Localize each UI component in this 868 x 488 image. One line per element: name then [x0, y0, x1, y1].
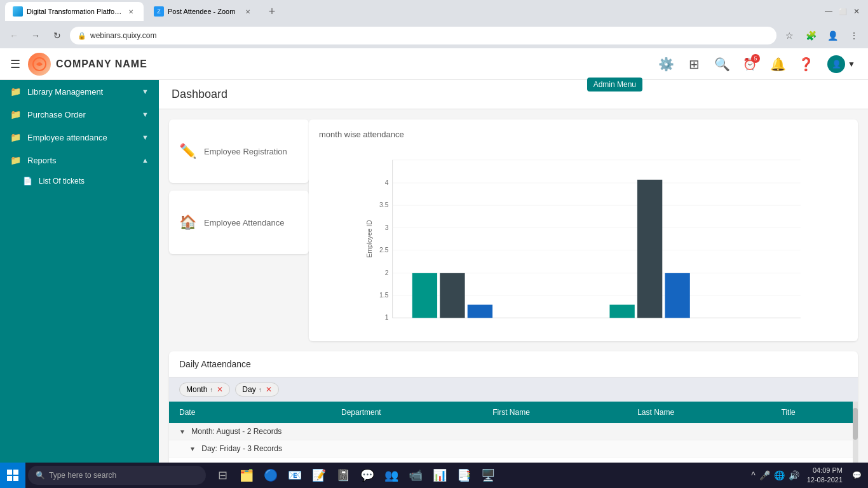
taskbar-search-icon: 🔍 [36, 471, 45, 480]
svg-rect-24 [665, 273, 689, 318]
sidebar-item-purchase[interactable]: 📁 Purchase Order ▼ [0, 103, 159, 126]
taskbar-chrome[interactable]: 🔵 [259, 464, 282, 487]
taskbar-onenote[interactable]: 📓 [332, 464, 355, 487]
taskbar-excel[interactable]: 📊 [428, 464, 451, 487]
svg-text:1: 1 [385, 314, 389, 321]
sidebar-sub-item-tickets[interactable]: 📄 List Of tickets [0, 172, 159, 191]
new-tab-btn[interactable]: + [263, 3, 281, 20]
hamburger-menu[interactable]: ☰ [8, 55, 23, 74]
taskbar-teams[interactable]: 👥 [380, 464, 403, 487]
sub-expand-arrow-icon[interactable]: ▼ [189, 445, 196, 452]
svg-rect-20 [440, 273, 465, 318]
svg-text:3.5: 3.5 [379, 201, 389, 208]
notification-center-btn[interactable]: 💬 [845, 464, 868, 487]
filter-month-chip[interactable]: Month ↑ ✕ [179, 383, 230, 396]
user-btn[interactable]: 👤 ▼ [822, 53, 860, 76]
svg-text:1.5: 1.5 [379, 292, 389, 299]
group-label-august: Month: August - 2 Records [191, 427, 281, 436]
taskbar-word[interactable]: 📝 [308, 464, 330, 487]
settings-icon-btn[interactable]: ⚙️ [654, 53, 677, 76]
filter-day-close[interactable]: ✕ [266, 385, 272, 394]
tray-network-icon[interactable]: 🌐 [774, 470, 785, 480]
dashboard-title: Dashboard [172, 88, 227, 100]
taskbar-outlook[interactable]: 📧 [283, 464, 306, 487]
back-btn[interactable]: ← [5, 27, 23, 44]
timer-icon-btn[interactable]: ⏰ 5 [738, 53, 761, 76]
daily-attendance-title: Daily Attaendance [179, 359, 251, 369]
more-btn[interactable]: ⋮ [845, 27, 863, 44]
col-date: Date [169, 402, 331, 423]
svg-rect-22 [609, 305, 634, 318]
col-firstname: First Name [482, 402, 627, 423]
doc-icon: 📄 [23, 177, 32, 186]
top-section: ✏️ Employee Registration 🏠 Employee Atte… [159, 109, 868, 351]
taskbar-app12[interactable]: 🖥️ [477, 464, 499, 487]
sidebar: 📁 Library Management ▼ 📁 Purchase Order … [0, 80, 159, 488]
sort-asc-icon-2: ↑ [259, 386, 262, 393]
taskbar-clock[interactable]: 04:09 PM 12-08-2021 [804, 466, 845, 485]
maximize-btn[interactable]: ⬜ [836, 5, 849, 18]
tray-up-icon[interactable]: ^ [751, 470, 756, 480]
emp-reg-label: Employee Registration [204, 147, 287, 156]
taskbar-zoom[interactable]: 📹 [404, 464, 427, 487]
search-icon-btn[interactable]: 🔍 [710, 53, 733, 76]
minimize-btn[interactable]: — [822, 5, 835, 18]
taskbar-tray: ^ 🎤 🌐 🔊 [746, 470, 804, 480]
taskbar-search-bar[interactable]: 🔍 Type here to search [28, 466, 206, 485]
close-window-btn[interactable]: ✕ [850, 5, 863, 18]
chart-container: month wise attendance [309, 119, 858, 341]
group-row-august: ▼ Month: August - 2 Records [169, 423, 858, 440]
active-tab[interactable]: Digital Transformation Platform ✕ [5, 2, 144, 21]
refresh-btn[interactable]: ↻ [48, 27, 66, 44]
grid-icon-btn[interactable]: ⊞ [682, 53, 705, 76]
col-dept: Department [331, 402, 482, 423]
sidebar-item-employee[interactable]: 📁 Employee attendance ▼ [0, 126, 159, 149]
expand-arrow-icon[interactable]: ▼ [179, 428, 186, 435]
sidebar-item-library[interactable]: 📁 Library Management ▼ [0, 80, 159, 103]
task-view-btn[interactable]: ⊟ [211, 464, 234, 487]
emp-att-card[interactable]: 🏠 Employee Attendance [169, 191, 309, 254]
tray-mic-icon[interactable]: 🎤 [759, 470, 770, 480]
taskbar-pinned-apps: ⊟ 🗂️ 🔵 📧 📝 📓 💬 👥 📹 📊 📑 🖥️ [211, 464, 499, 487]
timer-badge: 5 [751, 54, 760, 63]
emp-reg-card[interactable]: ✏️ Employee Registration [169, 119, 309, 183]
scrollbar-thumb[interactable] [853, 408, 858, 440]
logo [28, 53, 51, 76]
taskbar-file-explorer[interactable]: 🗂️ [235, 464, 258, 487]
svg-rect-28 [13, 476, 18, 481]
main-content: ✏️ Employee Registration 🏠 Employee Atte… [159, 109, 868, 488]
help-icon-btn[interactable]: ❓ [794, 53, 817, 76]
bookmark-btn[interactable]: ☆ [780, 27, 798, 44]
svg-rect-23 [637, 180, 662, 318]
profile-btn[interactable]: 👤 [824, 27, 841, 44]
svg-text:4: 4 [385, 179, 389, 186]
taskbar-search-text: Type here to search [49, 471, 116, 480]
col-title: Title [771, 402, 858, 423]
admin-menu-tooltip: Admin Menu [587, 78, 642, 92]
forward-btn[interactable]: → [27, 27, 44, 44]
pencil-icon: ✏️ [179, 143, 196, 159]
start-button[interactable] [0, 463, 25, 488]
chevron-down-icon-2: ▼ [142, 111, 149, 118]
tab-close-btn[interactable]: ✕ [126, 6, 136, 17]
clock-date: 12-08-2021 [807, 475, 843, 485]
bell-icon-btn[interactable]: 🔔 [766, 53, 789, 76]
dashboard-header: Dashboard [159, 80, 868, 109]
svg-text:2: 2 [385, 269, 389, 276]
sub-group-row-friday: ▼ Day: Friday - 3 Records [169, 440, 858, 458]
sidebar-item-reports[interactable]: 📁 Reports ▲ [0, 149, 159, 172]
tab2-close-btn[interactable]: ✕ [243, 6, 253, 17]
sidebar-label-library: Library Management [27, 87, 135, 97]
taskbar-app7[interactable]: 💬 [356, 464, 379, 487]
folder-icon-4: 📁 [10, 155, 21, 165]
taskbar-ppt[interactable]: 📑 [452, 464, 475, 487]
extension-btn[interactable]: 🧩 [802, 27, 820, 44]
filter-month-close[interactable]: ✕ [217, 385, 223, 394]
chevron-down-icon: ▼ [142, 88, 149, 95]
svg-rect-27 [7, 476, 12, 481]
address-bar[interactable]: 🔒 webinars.quixy.com [70, 27, 776, 44]
filter-day-chip[interactable]: Day ↑ ✕ [235, 383, 278, 396]
tray-volume-icon[interactable]: 🔊 [789, 470, 799, 480]
inactive-tab[interactable]: Z Post Attendee - Zoom ✕ [146, 3, 261, 20]
lock-icon: 🔒 [78, 32, 86, 40]
